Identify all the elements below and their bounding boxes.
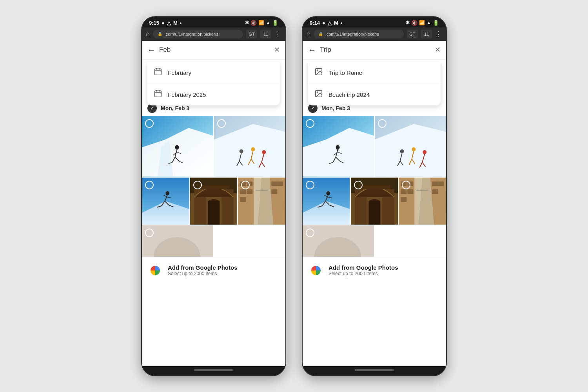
phone-2: 9:14 ● △ M • ✱ 🔇 📶 ▲ 🔋 ⌂ 🔒 .com/u/1/inte… [302,16,447,376]
more-btn-1[interactable]: ⋮ [274,30,281,38]
photo-cell-3-1[interactable] [142,225,213,257]
suggestion-item-beach[interactable]: Beach trip 2024 [308,84,441,105]
phone-content-2: ← ✕ Trip to Rome [303,41,446,366]
svg-rect-106 [359,185,390,189]
wifi-dot-icon: ● [162,20,165,26]
phone-content-1: ← ✕ F [142,41,285,366]
select-circle-p2-1-2[interactable] [378,119,387,128]
select-circle-1-1[interactable] [145,119,154,128]
select-circle-p2-1-1[interactable] [306,119,314,128]
bottom-subtitle-1: Select up to 2000 items [168,271,279,276]
status-bar-2: 9:14 ● △ M • ✱ 🔇 📶 ▲ 🔋 [303,17,446,27]
svg-point-80 [400,149,404,153]
browser-bar-2[interactable]: ⌂ 🔒 .com/u/1/integration/picker/s GT 11 … [303,27,446,41]
more-btn-2[interactable]: ⋮ [435,30,442,38]
status-left-1: 9:15 ● △ M • [149,20,181,26]
select-circle-1-2[interactable] [217,119,226,128]
suggestion-label-february: February [168,69,191,76]
photo-cell-2-2[interactable] [190,178,238,225]
select-circle-2-1[interactable] [145,181,154,189]
mute-icon: 🔇 [250,20,257,26]
svg-rect-56 [247,189,253,194]
svg-rect-117 [432,189,438,194]
svg-point-67 [317,92,318,93]
search-input-2[interactable] [320,46,431,54]
search-bar-2: ← ✕ [303,41,446,60]
mute-icon-2: 🔇 [411,20,417,26]
photo-cell-p2-2-2[interactable] [351,178,398,225]
bottom-bar-2: Add from Google Photos Select up to 2000… [303,258,446,283]
select-circle-p2-3-1[interactable] [306,229,314,237]
home-icon-2[interactable]: ⌂ [307,31,310,38]
album-icon-1 [314,67,323,78]
select-circle-2-3[interactable] [241,181,250,189]
suggestion-item-february-2025[interactable]: February 2025 [147,84,280,105]
home-dot-icon: △ [167,20,171,26]
browser-actions-2: GT 11 ⋮ [407,30,442,38]
photo-grid-row1-2 [303,116,446,178]
translate-btn-2[interactable]: GT [407,30,418,38]
clear-btn-2[interactable]: ✕ [435,45,441,54]
photo-cell-2-1[interactable] [142,178,189,225]
photo-grid-row2-1 [142,178,285,225]
svg-point-70 [336,145,340,150]
suggestion-item-rome[interactable]: Trip to Rome [308,62,441,84]
photo-cell-p2-2-1[interactable] [303,178,350,225]
select-circle-p2-2-3[interactable] [402,181,410,189]
photo-cell-p2-3-1[interactable] [303,225,374,257]
date-label-2: Mon, Feb 3 [321,105,350,111]
photo-grid-row2-2 [303,178,446,225]
svg-rect-115 [408,189,414,194]
photo-cell-p2-2-3[interactable] [399,178,446,225]
time-display-2: 9:14 [310,20,320,26]
back-btn-1[interactable]: ← [147,45,155,54]
home-icon-1[interactable]: ⌂ [146,31,150,38]
browser-bar-1[interactable]: ⌂ 🔒 .com/u/1/integration/picker/s GT 11 … [142,27,285,41]
signal-icon: ▲ [266,20,270,25]
translate-btn-1[interactable]: GT [246,30,257,38]
svg-rect-0 [155,69,162,75]
url-text-2: .com/u/1/integration/picker/s [325,32,399,36]
status-right-2: ✱ 🔇 📶 ▲ 🔋 [406,20,439,26]
page-wrapper: 9:15 ● △ M • ✱ 🔇 📶 ▲ 🔋 ⌂ 🔒 .com/u/1/inte… [129,4,459,388]
dot-icon-2: • [341,20,343,26]
signal-icon-2: ▲ [426,20,431,25]
photo-cell-1-2[interactable] [214,116,285,177]
photo-cell-1-1[interactable] [142,116,213,177]
bluetooth-icon: ✱ [245,20,249,25]
svg-rect-48 [208,201,220,225]
dot-icon: • [180,20,182,26]
search-wrapper-2: ← ✕ Trip to Rome [303,41,446,60]
mail-icon-2: M [334,20,338,26]
calendar-icon-2 [154,89,162,100]
photo-cell-p2-1-2[interactable] [375,116,446,177]
svg-point-35 [165,191,169,195]
search-input-1[interactable] [159,46,270,54]
select-circle-3-1[interactable] [145,229,154,237]
svg-rect-107 [368,201,380,225]
wifi-icon: 📶 [258,20,264,25]
svg-point-25 [251,147,255,151]
search-bar-1: ← ✕ [142,41,285,60]
browser-actions-1: GT 11 ⋮ [246,30,281,38]
tab-count-btn-1[interactable]: 11 [260,30,271,38]
select-circle-2-2[interactable] [193,181,202,189]
suggestion-item-february[interactable]: February [147,62,280,84]
status-left-2: 9:14 ● △ M • [310,20,342,26]
tab-count-btn-2[interactable]: 11 [421,30,432,38]
photo-cell-2-3[interactable] [238,178,285,225]
home-indicator-1 [142,366,285,376]
select-circle-p2-2-2[interactable] [354,181,363,189]
photo-cell-p2-1-1[interactable] [303,116,374,177]
url-area-1[interactable]: 🔒 .com/u/1/integration/picker/s [153,30,243,38]
url-area-2[interactable]: 🔒 .com/u/1/integration/picker/s [314,30,404,38]
svg-point-84 [412,147,416,151]
clear-btn-1[interactable]: ✕ [274,45,280,54]
svg-rect-57 [272,181,278,186]
svg-rect-118 [438,181,444,186]
back-btn-2[interactable]: ← [308,45,316,54]
bottom-text-block-2: Add from Google Photos Select up to 2000… [328,264,440,276]
select-circle-p2-2-1[interactable] [306,181,314,189]
bottom-title-2: Add from Google Photos [328,264,440,271]
status-bar-1: 9:15 ● △ M • ✱ 🔇 📶 ▲ 🔋 [142,17,285,27]
